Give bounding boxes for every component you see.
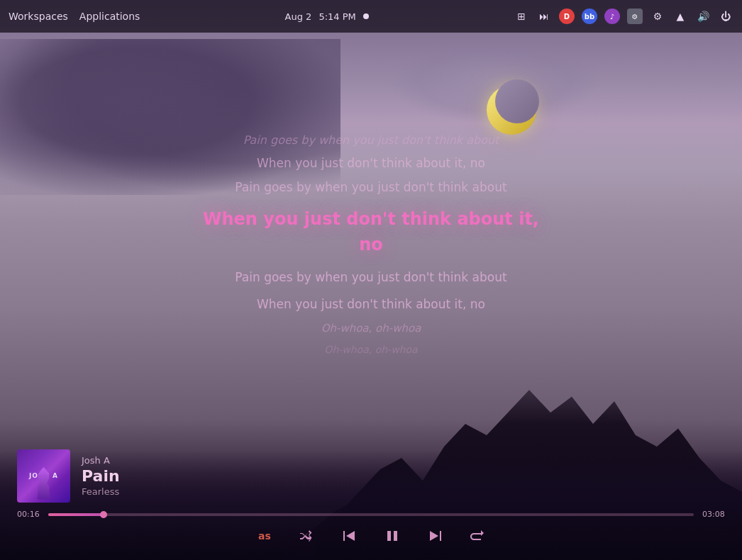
music-icon[interactable]: ♪ — [604, 9, 620, 24]
skip-icon[interactable]: ⏭ — [536, 9, 552, 24]
lyric-fade-2: Oh-whoa, oh-whoa — [324, 342, 417, 357]
menubar-right: ⊞ ⏭ D bb ♪ ⚙ ⚙ ▲ 🔊 ⏻ — [514, 9, 733, 24]
svg-marker-5 — [430, 531, 438, 541]
settings-icon[interactable]: ⚙ — [650, 9, 665, 24]
workspaces-menu[interactable]: Workspaces — [9, 11, 68, 22]
controls-row: as — [17, 525, 725, 547]
lyric-next-1: Pain goes by when you just don't think a… — [235, 269, 506, 287]
repeat-button[interactable] — [466, 525, 489, 547]
track-info-row: JOSH A Josh A Pain Fearless — [17, 449, 725, 503]
time-total: 03:08 — [702, 510, 725, 519]
avatar-icon[interactable]: bb — [582, 9, 597, 24]
menubar-left: Workspaces Applications — [9, 11, 140, 22]
applications-menu[interactable]: Applications — [79, 11, 140, 22]
svg-marker-1 — [346, 531, 355, 541]
menubar-time: 5:14 PM — [319, 11, 355, 22]
progress-row: 00:16 03:08 — [17, 510, 725, 519]
pause-button[interactable] — [381, 525, 404, 547]
shuffle-button[interactable] — [296, 525, 319, 547]
player-bar: JOSH A Josh A Pain Fearless 00:16 03:08 … — [0, 450, 742, 560]
scrobble-button[interactable]: as — [253, 525, 276, 547]
discord-icon[interactable]: D — [559, 9, 575, 24]
progress-track[interactable] — [48, 513, 694, 516]
track-album: Fearless — [82, 486, 120, 497]
progress-fill — [48, 513, 104, 516]
prev-button[interactable] — [338, 525, 361, 547]
menubar: Workspaces Applications Aug 2 5:14 PM ⊞ … — [0, 0, 742, 33]
lyric-active: When you just don't think about it,no — [203, 206, 539, 257]
menubar-center: Aug 2 5:14 PM — [140, 11, 514, 22]
next-button[interactable] — [423, 525, 446, 547]
lyric-next-2: When you just don't think about it, no — [257, 296, 485, 314]
wifi-icon[interactable]: ▲ — [672, 9, 688, 24]
menubar-date: Aug 2 — [285, 11, 312, 22]
window-manager-icon[interactable]: ⊞ — [514, 9, 529, 24]
lyrics-container: Pain goes by when you just don't think a… — [0, 39, 742, 450]
volume-icon[interactable]: 🔊 — [695, 9, 711, 24]
album-art: JOSH A — [17, 449, 70, 503]
svg-rect-0 — [343, 531, 345, 541]
lyric-near-2: Pain goes by when you just don't think a… — [235, 179, 506, 197]
discord2-icon[interactable]: ⚙ — [627, 9, 643, 24]
power-icon[interactable]: ⏻ — [718, 9, 733, 24]
time-current: 00:16 — [17, 510, 40, 519]
track-details: Josh A Pain Fearless — [82, 455, 120, 497]
progress-thumb — [100, 511, 107, 518]
lyric-near-1: When you just don't think about it, no — [257, 155, 485, 173]
svg-rect-2 — [387, 531, 391, 541]
svg-rect-3 — [394, 531, 397, 541]
track-title: Pain — [82, 467, 120, 485]
lyric-past-1: Pain goes by when you just don't think a… — [243, 132, 499, 149]
lyric-fade-1: Oh-whoa, oh-whoa — [321, 320, 421, 337]
notification-dot — [363, 13, 369, 19]
track-artist: Josh A — [82, 455, 120, 466]
svg-rect-4 — [440, 531, 441, 541]
